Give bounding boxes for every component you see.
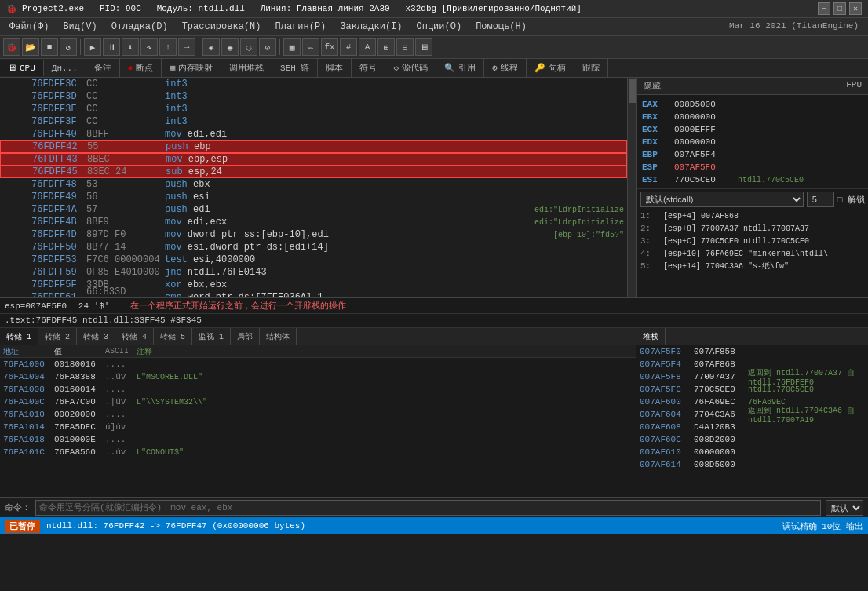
tb-close[interactable]: ■ — [41, 38, 58, 56]
tb-open[interactable]: 📂 — [22, 38, 39, 56]
disasm-row[interactable]: 76FDFF3C CC int3 — [0, 78, 627, 90]
disasm-row[interactable]: 76FDFF53 F7C6 00000004 test esi,4000000 — [0, 254, 627, 266]
tb-alloc[interactable]: ⊞ — [377, 38, 395, 56]
tab-cpu[interactable]: 🖥 CPU — [0, 60, 44, 76]
dump-tab-5[interactable]: 监视 1 — [192, 328, 231, 345]
tb-step-in[interactable]: ⬇ — [122, 38, 139, 56]
stack-addr: 007AF608 — [640, 422, 691, 432]
tb-bp4[interactable]: ⊘ — [259, 38, 276, 56]
dump-tab-2[interactable]: 转储 3 — [77, 328, 115, 345]
close-button[interactable]: ✕ — [849, 2, 862, 15]
tab-trace[interactable]: 跟踪 — [574, 59, 608, 77]
disasm-row[interactable]: 76FDFF40 8BFF mov edi,edi — [0, 128, 627, 140]
stack-info-bar: esp=007AF5F0 24 '$' 在一个程序正式开始运行之前，会进行一个开… — [0, 298, 868, 314]
disasm-row[interactable]: 76FDFF3D CC int3 — [0, 90, 627, 103]
tb-restart[interactable]: ↺ — [60, 38, 77, 56]
calling-convention-select[interactable]: 默认(stdcall) — [640, 192, 804, 207]
reg-value[interactable]: 00000000 — [674, 112, 733, 122]
fpu-label[interactable]: FPU — [846, 80, 862, 92]
dump-tab-0[interactable]: 转储 1 — [0, 328, 38, 345]
reg-value[interactable]: 0000EFFF — [674, 125, 733, 134]
tab-refs[interactable]: 🔍 引用 — [436, 59, 484, 77]
dump-tab-7[interactable]: 结构体 — [260, 328, 297, 345]
tb-run-to-cursor[interactable]: → — [178, 38, 195, 56]
hide-label[interactable]: 隐藏 — [644, 80, 661, 92]
menu-debug[interactable]: Отладка(D) — [105, 20, 174, 34]
tb-bp2[interactable]: ◉ — [221, 38, 239, 56]
disasm-scroll-thumb[interactable] — [629, 79, 636, 103]
minimize-button[interactable]: ─ — [818, 2, 830, 15]
reg-value[interactable]: 007AF5F0 — [674, 162, 733, 172]
dump-ascii: .|úv — [105, 397, 137, 407]
disasm-scrollbar[interactable] — [627, 78, 636, 297]
tab-symbols[interactable]: 符号 — [352, 59, 385, 77]
tb-expr[interactable]: fx — [321, 38, 338, 56]
dump-tab-3[interactable]: 转储 4 — [115, 328, 154, 345]
tb-font[interactable]: A — [359, 38, 376, 56]
maximize-button[interactable]: □ — [833, 2, 846, 15]
tb-step-out[interactable]: ↑ — [159, 38, 177, 56]
tab-log[interactable]: Дн... — [44, 60, 86, 76]
disasm-row[interactable]: 76FDFF50 8B77 14 mov esi,dword ptr ds:[e… — [0, 241, 627, 254]
stack-addr: 007AF5F8 — [640, 372, 691, 381]
tb-new[interactable]: 🐞 — [3, 38, 20, 56]
disasm-row[interactable]: 76FDFF4D 897D F0 mov dword ptr ss:[ebp-1… — [0, 228, 627, 241]
dump-val: 00160014 — [54, 385, 105, 394]
disasm-row[interactable]: 76FDFF4B 8BF9 mov edi,ecx edi:"LdrpIniti… — [0, 216, 627, 228]
tab-breakpoints[interactable]: ● 断点 — [120, 59, 162, 77]
dump-ascii: .... — [105, 435, 137, 444]
cmd-input[interactable] — [35, 500, 821, 516]
mem-icon: ▦ — [170, 63, 175, 73]
disasm-row[interactable]: 76FDFF3E CC int3 — [0, 103, 627, 115]
tab-handles[interactable]: 🔑 句柄 — [527, 59, 574, 77]
dump-tab-4[interactable]: 转储 5 — [154, 328, 192, 345]
disasm-row[interactable]: 76FDFF45 83EC 24 sub esp,24 — [0, 166, 627, 178]
tb-mem[interactable]: ▦ — [283, 38, 301, 56]
menu-file[interactable]: Файл(Ф) — [3, 20, 55, 34]
tb-free[interactable]: ⊟ — [396, 38, 414, 56]
tb-pause[interactable]: ⏸ — [103, 38, 120, 56]
reg-value[interactable]: 008D5000 — [674, 100, 733, 109]
tb-bp3[interactable]: ◌ — [240, 38, 257, 56]
disasm-row[interactable]: 76FDFF43 8BEC mov ebp,esp — [0, 153, 627, 166]
disasm-row[interactable]: 76FDFF42 55 push ebp — [0, 140, 627, 153]
tb-hash[interactable]: # — [340, 38, 357, 56]
disasm-row[interactable]: 76FDFF59 0F85 E4010000 jne ntdll.76FE014… — [0, 266, 627, 279]
menu-view[interactable]: Вид(V) — [57, 20, 103, 34]
menu-plugin[interactable]: Плагин(P) — [268, 20, 332, 34]
tb-screen[interactable]: 🖥 — [415, 38, 432, 56]
value-input[interactable] — [807, 192, 834, 207]
tb-step-over[interactable]: ↷ — [140, 38, 158, 56]
tab-script[interactable]: 脚本 — [318, 59, 352, 77]
reg-value[interactable]: 007AF5F4 — [674, 150, 733, 159]
disasm-row[interactable]: 76FDFF49 56 push esi — [0, 191, 627, 203]
tb-patch[interactable]: ✏ — [302, 38, 319, 56]
unlock-label[interactable]: □ 解锁 — [837, 194, 865, 206]
disasm-row[interactable]: 76FDFF4A 57 push edi edi:"LdrpInitialize — [0, 203, 627, 216]
menu-help[interactable]: Помощь(H) — [469, 20, 533, 34]
source-icon: ◇ — [393, 63, 399, 73]
tab-seh[interactable]: SEH 链 — [272, 59, 318, 77]
tb-bp[interactable]: ◈ — [202, 38, 220, 56]
tab-source[interactable]: ◇ 源代码 — [385, 59, 436, 77]
disasm-row[interactable]: 76FDFF48 53 push ebx — [0, 178, 627, 191]
reg-value[interactable]: 00000000 — [674, 137, 733, 147]
cs-num: 3: — [640, 236, 660, 246]
menu-trace[interactable]: Трассировка(N) — [176, 20, 268, 34]
disasm-addr: 76FDFF4D — [31, 229, 86, 240]
disasm-row[interactable]: 76FDFF61 66:833D 6A03FE7F 01 cmp word pt… — [0, 291, 627, 297]
tb-run[interactable]: ▶ — [84, 38, 101, 56]
disasm-addr: 76FDFF3E — [31, 104, 86, 115]
disasm-row[interactable]: 76FDFF3F CC int3 — [0, 115, 627, 128]
cmd-mode-select[interactable]: 默认 — [826, 500, 863, 516]
tab-callstack[interactable]: 调用堆栈 — [221, 59, 272, 77]
tab-notes[interactable]: 备注 — [86, 59, 120, 77]
menu-options[interactable]: Опции(O) — [410, 20, 469, 34]
menu-bookmarks[interactable]: Закладки(I) — [334, 20, 408, 34]
dump-tab-6[interactable]: 局部 — [231, 328, 260, 345]
dump-tab-1[interactable]: 转储 2 — [38, 328, 77, 345]
reg-value[interactable]: 770C5CE0 — [674, 175, 733, 184]
tab-threads[interactable]: ⚙ 线程 — [484, 59, 527, 77]
tab-memory-map[interactable]: ▦ 内存映射 — [162, 59, 221, 77]
stack-val: 7704C3A6 — [694, 410, 745, 419]
